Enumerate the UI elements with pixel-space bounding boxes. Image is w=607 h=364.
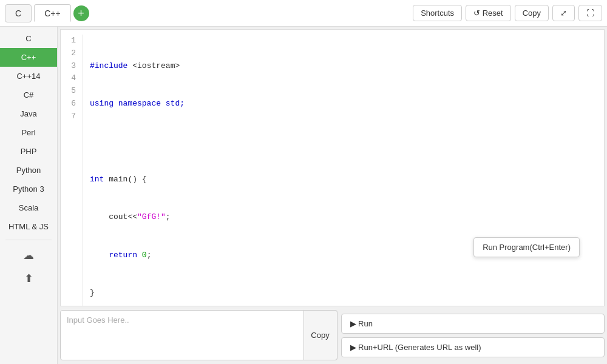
- sidebar-item-cpp[interactable]: C++: [0, 48, 57, 67]
- sidebar-item-c[interactable]: C: [0, 29, 57, 48]
- code-line-4: int main() {: [90, 174, 597, 186]
- run-url-button[interactable]: ▶ Run+URL (Generates URL as well): [341, 337, 605, 357]
- code-line-2: using namespace std;: [90, 98, 597, 110]
- sidebar-item-python3[interactable]: Python 3: [0, 180, 57, 198]
- code-line-3: [90, 135, 597, 148]
- line-numbers: 1 2 3 4 5 6 7: [61, 35, 83, 306]
- sidebar-item-python[interactable]: Python: [0, 161, 57, 180]
- sidebar-item-scala[interactable]: Scala: [0, 198, 57, 217]
- bottom-panel: Input Goes Here.. Copy ▶ Run ▶ Run+URL (…: [58, 306, 607, 364]
- reset-icon: ↺: [473, 8, 480, 18]
- sidebar-item-htmljs[interactable]: HTML & JS: [0, 217, 57, 236]
- input-copy-button[interactable]: Copy: [304, 310, 337, 360]
- tab-c[interactable]: C: [5, 4, 32, 22]
- code-editor: 1 2 3 4 5 6 7 #include <iostream> using …: [61, 30, 604, 306]
- code-content[interactable]: #include <iostream> using namespace std;…: [83, 35, 604, 306]
- add-tab-button[interactable]: +: [73, 5, 89, 21]
- code-line-5: cout<<"GfG!";: [90, 211, 597, 224]
- sidebar-divider: [5, 240, 51, 240]
- sidebar-item-perl[interactable]: Perl: [0, 123, 57, 142]
- sidebar-item-cpp14[interactable]: C++14: [0, 67, 57, 86]
- code-line-1: #include <iostream>: [90, 60, 597, 73]
- editor-section: 1 2 3 4 5 6 7 #include <iostream> using …: [58, 27, 607, 364]
- sidebar-item-php[interactable]: PHP: [0, 142, 57, 161]
- input-area[interactable]: Input Goes Here.. Copy: [60, 310, 337, 360]
- editor-wrapper[interactable]: 1 2 3 4 5 6 7 #include <iostream> using …: [60, 29, 605, 306]
- run-button[interactable]: ▶ Run: [341, 314, 605, 334]
- run-buttons: ▶ Run ▶ Run+URL (Generates URL as well): [341, 310, 605, 360]
- copy-button[interactable]: Copy: [515, 5, 549, 21]
- top-bar-actions: Shortcuts ↺ Reset Copy ⤢ ⛶: [413, 5, 602, 21]
- code-line-7: }: [90, 287, 597, 300]
- tab-cpp[interactable]: C++: [34, 4, 70, 22]
- shortcuts-button[interactable]: Shortcuts: [413, 5, 462, 21]
- sidebar-item-csharp[interactable]: C#: [0, 86, 57, 104]
- reset-button[interactable]: ↺ Reset: [466, 5, 511, 21]
- fullscreen-icon[interactable]: ⛶: [578, 5, 602, 21]
- download-icon[interactable]: ☁: [0, 244, 57, 267]
- sidebar-item-java[interactable]: Java: [0, 104, 57, 123]
- sidebar: C C++ C++14 C# Java Perl PHP Python Pyth…: [0, 27, 58, 364]
- run-tooltip: Run Program(Ctrl+Enter): [473, 237, 580, 257]
- top-bar: C C++ + Shortcuts ↺ Reset Copy ⤢ ⛶: [0, 0, 607, 27]
- tab-area: C C++ +: [5, 4, 413, 22]
- input-placeholder: Input Goes Here..: [67, 315, 129, 325]
- expand-icon[interactable]: ⤢: [552, 5, 575, 21]
- main-content: C C++ C++14 C# Java Perl PHP Python Pyth…: [0, 27, 607, 364]
- upload-icon[interactable]: ⬆: [0, 267, 57, 290]
